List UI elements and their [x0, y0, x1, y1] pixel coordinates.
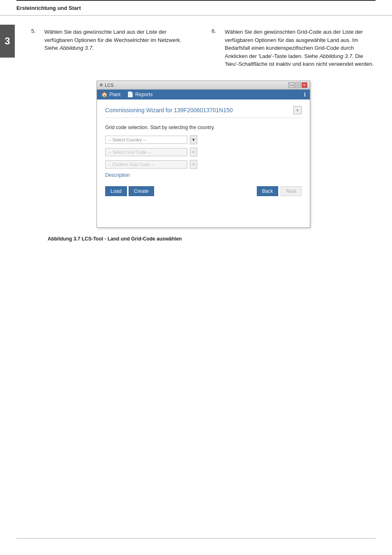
minimize-button[interactable]: — — [288, 82, 294, 88]
button-row: Load Create Back Next — [105, 186, 302, 196]
window-titlebar: ⚙ LCS — □ ✕ — [97, 81, 310, 90]
nav-reports[interactable]: 📄 Reports — [127, 91, 152, 97]
country-dropdown-arrow[interactable]: ▼ — [190, 135, 197, 144]
top-rule — [16, 0, 376, 3]
confirm-grid-code-dropdown-arrow[interactable]: ▼ — [190, 160, 197, 169]
country-select-row: -- Select Country -- ▼ — [105, 135, 302, 144]
country-select[interactable]: -- Select Country -- — [105, 136, 187, 144]
bottom-rule — [16, 538, 376, 539]
figure-caption: Abbildung 3.7 LCS-Tool - Land und Grid-C… — [31, 236, 376, 242]
close-window-button[interactable]: ✕ — [302, 82, 307, 88]
window-icon: ⚙ — [99, 83, 103, 87]
step-6-text: Wählen Sie den gewünschten Grid-Code aus… — [225, 28, 376, 68]
confirm-grid-code-select-row: -- Confirm Grid Code -- ▼ — [105, 160, 302, 169]
wizard-close-button[interactable]: × — [293, 106, 302, 114]
step-6: 6. Wählen Sie den gewünschten Grid-Code … — [212, 28, 376, 68]
step-5-number: 5. — [31, 28, 39, 52]
nav-left: 🏠 Plant 📄 Reports — [101, 91, 152, 97]
steps-container: 5. Wählen Sie das gewünschte Land aus de… — [31, 16, 376, 76]
reports-label: Reports — [135, 92, 152, 97]
next-button: Next — [281, 186, 302, 196]
wizard-title-bar: Commissioning Wizard for 139F2006013701N… — [105, 106, 302, 118]
reports-icon: 📄 — [127, 91, 134, 97]
nav-bar: 🏠 Plant 📄 Reports i — [97, 90, 310, 99]
description-label: Description — [105, 172, 302, 178]
step-6-number: 6. — [212, 28, 220, 68]
right-buttons: Back Next — [257, 186, 302, 196]
plant-icon: 🏠 — [101, 91, 108, 97]
wizard-title: Commissioning Wizard for 139F2006013701N… — [105, 107, 233, 113]
confirm-grid-code-select[interactable]: -- Confirm Grid Code -- — [105, 160, 187, 169]
grid-code-select-row: -- Select Grid Code -- ▼ — [105, 148, 302, 157]
section-title: Ersteinrichtung und Start — [0, 3, 392, 16]
chapter-number: 3 — [0, 25, 15, 58]
left-buttons: Load Create — [105, 186, 154, 196]
create-button[interactable]: Create — [129, 186, 154, 196]
window-controls: — □ ✕ — [288, 82, 307, 88]
step-5-col: 5. Wählen Sie das gewünschte Land aus de… — [31, 28, 195, 68]
step-5-text: Wählen Sie das gewünschte Land aus der L… — [44, 28, 195, 52]
nav-info-button[interactable]: i — [304, 91, 306, 98]
step-5: 5. Wählen Sie das gewünschte Land aus de… — [31, 28, 195, 52]
main-content: 5. Wählen Sie das gewünschte Land aus de… — [15, 16, 392, 242]
grid-instruction: Grid code selection. Start by selecting … — [105, 125, 302, 130]
restore-button[interactable]: □ — [295, 82, 301, 88]
screenshot-container: ⚙ LCS — □ ✕ 🏠 Plant 📄 — [31, 81, 376, 228]
grid-code-select[interactable]: -- Select Grid Code -- — [105, 148, 187, 156]
window-title: ⚙ LCS — [99, 83, 113, 88]
plant-label: Plant — [109, 92, 120, 97]
grid-code-dropdown-arrow[interactable]: ▼ — [190, 148, 197, 157]
load-button[interactable]: Load — [105, 186, 127, 196]
window-footer-space — [105, 196, 302, 221]
nav-plant[interactable]: 🏠 Plant — [101, 91, 120, 97]
back-button[interactable]: Back — [257, 186, 279, 196]
window-body: Commissioning Wizard for 139F2006013701N… — [97, 99, 310, 227]
app-window: ⚙ LCS — □ ✕ 🏠 Plant 📄 — [97, 81, 310, 228]
step-6-col: 6. Wählen Sie den gewünschten Grid-Code … — [212, 28, 376, 68]
